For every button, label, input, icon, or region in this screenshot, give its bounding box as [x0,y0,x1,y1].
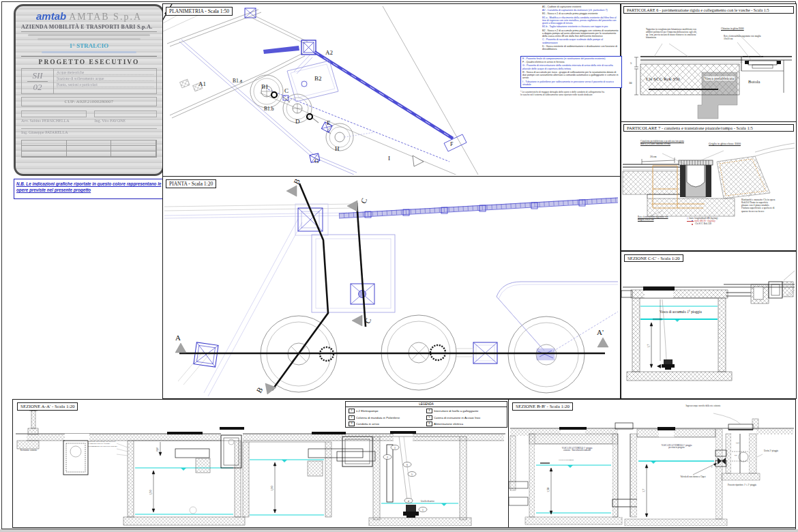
sezione-cc-title: SEZIONE C-C' - Scala 1:20 [624,254,683,262]
pianta-drawing: A A' B B C C [163,177,619,397]
callout-3: 3 [394,447,396,449]
sezione-cc-dim: 1,7 [647,344,651,348]
panel-particolare6: PARTICOLARE 6 - pavimentazione rigida e … [621,3,797,122]
sezione-bb-ingresso-label: Ingresso acque raccolte dalla rete esist… [681,405,726,407]
label-b1a: B1.a [233,78,243,84]
sezione-bb-dim-045: 0,45 [736,442,739,444]
particolare6-dim-top: 5 [630,61,632,65]
drawing-sheet: amtabAMTAB S.p.A AZIENDA MOBILITÀ E TRAS… [0,0,798,532]
amtab-logo: amtab [36,10,66,22]
panel-sezione-aa: SEZIONE A-A' - Scala 1:20 LEGENDA 1n.2 E… [12,399,509,528]
legenda-item-2: 2Colonna di mandata in Polietilene [349,415,426,420]
label-e: E [327,119,331,126]
panel-particolare7: PARTICOLARE 7 - canaletta e transizione … [621,121,797,251]
sezione-aa-dim-080: 0,80 [156,447,160,452]
label-i: I [388,155,390,162]
sezione-bb-vasca-progetto-label: VASCA DI ACCUMULO 1° pioggiaprevista in … [651,445,703,449]
callout-6: 6 [407,464,408,467]
particolare6-botola-label: Botola [748,79,771,84]
marker-a: A [175,334,181,342]
particolare6-title: PARTICOLARE 6 - pavimentazione rigida e … [623,6,794,14]
panel-pianta: PIANTA - Scala 1:20 [162,176,621,399]
legenda-box: LEGENDA 1n.2 Elettropompe 2Colonna di ma… [345,401,507,428]
sezione-aa-recinzione-label: Recinzione esistente [16,449,42,452]
sezione-bb-pozzetto-label: Pozzetto ripartitore 1° e 2° pioggia [723,484,761,486]
sezione-bb-dim-02: 0,2 [735,454,737,456]
phase-label: PROGETTO ESECUTIVO [21,56,157,65]
particolare7-rete-label: Rete elettrosaldata sagomata con maglia … [638,216,675,222]
company-watermark: AMTAB S.p.A [69,12,142,23]
legenda-item-3: 3Condotta in arrivo [349,422,426,426]
drawing-description: Acque meteoriche Stazione di sollevament… [54,69,156,93]
planimetria-title: PLANIMETRIA - Scala 1:50 [166,7,233,16]
label-b1: B1 [261,83,269,90]
sezione-aa-livello-label: Livello di arrivo [421,500,434,503]
label-b1b: B1.b [264,106,274,112]
label-a1: A1 [198,80,206,87]
sezione-bb-uscita-label: Uscita 2° pioggia [764,450,794,452]
label-b2: B2 [314,75,322,82]
particolare6-dim-bottom: 30 [629,81,632,85]
sezione-bb-altezza-label: Altezza di accumulo [558,459,599,461]
planimetria-legend-box: E - Pozzetto finale di campionamento (in… [520,56,622,88]
planimetria-legend-top: A1 - Caditoie di captazione esistenti A2… [542,5,619,51]
sezione-cc-drawing: Vasca di accumulo 1° pioggia 1,7 [621,252,795,397]
sezione-aa-title: SEZIONE A-A' - Scala 1:20 [17,402,78,411]
particolare6-vasca-label: Vasca prefabbricata [705,76,735,80]
particolare7-griglia-label: Griglia in ghisa classe E600 [709,143,752,146]
label-f: F [450,141,454,147]
marker-a-prime: A' [597,328,604,336]
label-d: D [295,118,300,125]
revision-table [21,140,157,158]
sezione-aa-dim-150: 1,50 [149,489,153,495]
marker-b-bottom: B [254,386,264,394]
panel-planimetria: PLANIMETRIA - Scala 1:50 A1 - Caditoie d… [162,3,621,177]
company-name: AZIENDA MOBILITÀ E TRASPORTI BARI S.p.A. [21,24,157,32]
legenda-item-5: 5Catena di estrazione in Acciaio Inox [426,415,504,420]
legenda-item-6: 6Alimentazione elettrica [426,422,504,426]
signatory-3: Ing. Giuseppe PATARELLA [21,128,157,134]
legenda-item-1: 1n.2 Elettropompe [349,409,426,413]
label-g: G [314,158,319,164]
cup-code: CUP: A92E21000280007 [21,97,157,106]
legenda-title: LEGENDA [346,402,507,407]
planimetria-legend-footnote: * Le caratteristiche di maggior dettagli… [520,91,606,98]
stralcio-label: 1° STRALCIO [21,42,157,49]
particolare6-tappetino-label: Tappetino in conglomerato bituminoso mod… [646,29,698,40]
particolare6-rete-label: Rete elettrosaldata sagomata con maglia … [724,35,762,41]
callout-2: 2 [387,456,388,459]
particolare7-canaletta-label: Canaletta prefabbricata a pendenza integ… [640,140,685,145]
panel-sezione-cc: SEZIONE C-C' - Scala 1:20 Vasca di accum… [621,251,797,399]
particolare6-chiusino-label: Chiusino in ghisa E600 [721,27,763,30]
particolare7-rinfianchi-label: Rinfianchi e massetto Cls in opera Rck35… [741,198,775,213]
pianta-title: PIANTA - Scala 1:20 [166,179,216,188]
signatory-1: Avv. Sabino PERSICHELLA [21,110,87,123]
callout-4: 4 [408,500,409,503]
sezione-aa-annotations: tubazione proveniente dal pozzetto di in… [88,441,129,447]
particolare7-dim: 20 cm [650,156,656,158]
label-c: C [284,87,289,94]
label-a2: A2 [325,49,333,56]
legenda-item-4: 4Interruttore di livello a galleggiante [426,409,504,413]
marker-c-top: C [359,197,368,205]
particolare6-drawing: 5 30 Cls SCC Rck 350 [621,4,795,120]
sezione-bb-title: SEZIONE B-B' - Scala 1:20 [512,402,573,411]
sheet-code: SII 02 [22,69,54,93]
sezione-bb-vasca-esistente-label: VASCA DI ACCUMULO 1° pioggiaesistente - … [546,447,608,452]
color-note: N.B. Le indicazioni grafiche riportate i… [14,179,165,199]
particolare7-title: PARTICOLARE 7 - canaletta e transizione … [623,124,794,132]
sezione-bb-drawing: 1,50 1,7 [509,400,794,526]
title-block: amtabAMTAB S.p.A AZIENDA MOBILITÀ E TRAS… [14,4,164,176]
callout-5: 5 [411,473,413,476]
particolare7-legend: ◇ barre longitudinali Ø6 (kg/mq) staffe … [687,218,741,226]
panel-sezione-bb: SEZIONE B-B' - Scala 1:20 VASCA DI ACCUM… [508,399,796,528]
callout-1: 1 [422,509,424,512]
page-edge [0,529,798,532]
signatory-2: Ing. Vito FAVONE [94,110,157,123]
particolare6-cls-label: Cls SCC Rck 350 [646,76,680,82]
sezione-cc-vasca-label: Vasca di accumulo 1° pioggia [660,310,702,314]
sezione-bb-valvola-label: Valvola di non ritorno a Clapet [677,476,709,478]
label-h: H [335,145,340,152]
sezione-aa-dim-190: 1,90 [270,485,274,491]
